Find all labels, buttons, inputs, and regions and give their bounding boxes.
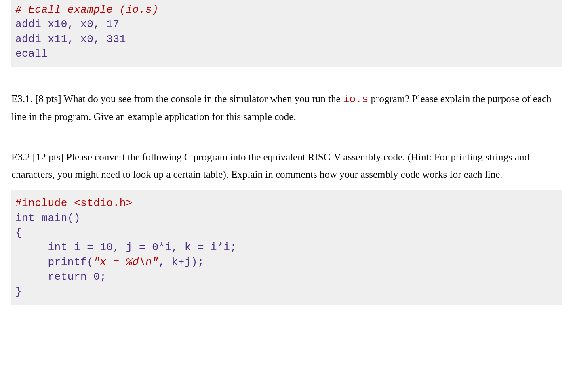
code-brace: } xyxy=(15,286,22,298)
code-line: addi x11, x0, 331 xyxy=(15,33,126,45)
inline-code-filename: io.s xyxy=(343,93,368,105)
question-text: E3.1. [8 pts] What do you see from the c… xyxy=(11,93,343,104)
code-number: 10 xyxy=(100,241,113,253)
code-text: printf( xyxy=(15,256,93,268)
code-preprocessor: #include <stdio.h> xyxy=(15,197,133,209)
question-e3-2: E3.2 [12 pts] Please convert the followi… xyxy=(11,149,562,183)
code-brace: { xyxy=(15,227,22,239)
code-number: 0 xyxy=(87,271,100,283)
code-line: addi x10, x0, 17 xyxy=(15,18,120,30)
code-text: , j = xyxy=(113,241,152,253)
code-comment: # Ecall example (io.s) xyxy=(15,4,158,16)
spacer xyxy=(11,125,562,149)
code-keyword: int xyxy=(15,212,35,224)
code-text: *i, k = i*i; xyxy=(158,241,236,253)
code-string: "x = %d\n" xyxy=(93,256,158,268)
code-text: main() xyxy=(35,212,80,224)
code-text: ; xyxy=(100,271,106,283)
code-line: ecall xyxy=(15,48,48,60)
spacer xyxy=(11,67,562,91)
code-block-c-program: #include <stdio.h> int main() { int i = … xyxy=(11,190,562,305)
code-text: i = xyxy=(67,241,100,253)
code-text: , k+j); xyxy=(158,256,204,268)
code-keyword: return xyxy=(15,271,87,283)
code-keyword: int xyxy=(15,241,67,253)
document-page: # Ecall example (io.s) addi x10, x0, 17 … xyxy=(0,0,573,392)
question-text: E3.2 [12 pts] Please convert the followi… xyxy=(11,152,529,180)
question-e3-1: E3.1. [8 pts] What do you see from the c… xyxy=(11,91,562,126)
code-number: 0 xyxy=(152,241,158,253)
code-block-io-s: # Ecall example (io.s) addi x10, x0, 17 … xyxy=(11,0,562,67)
